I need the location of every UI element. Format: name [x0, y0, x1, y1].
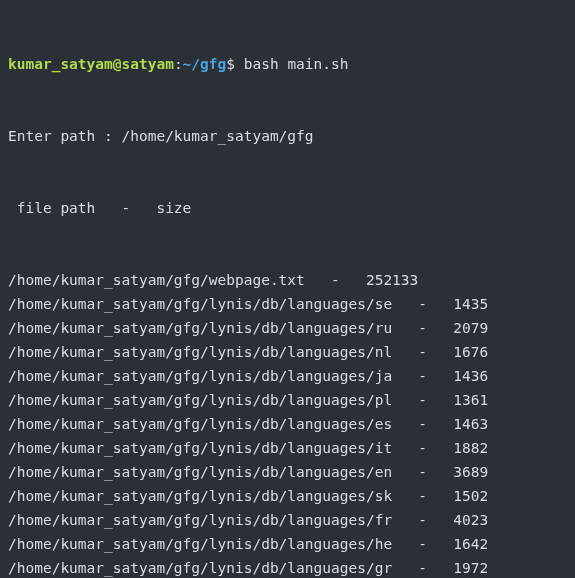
output-rows: /home/kumar_satyam/gfg/webpage.txt - 252… — [8, 268, 567, 578]
output-row: /home/kumar_satyam/gfg/lynis/db/language… — [8, 292, 567, 316]
output-row: /home/kumar_satyam/gfg/lynis/db/language… — [8, 532, 567, 556]
output-row: /home/kumar_satyam/gfg/lynis/db/language… — [8, 364, 567, 388]
command-text: bash main.sh — [244, 56, 349, 72]
output-row: /home/kumar_satyam/gfg/lynis/db/language… — [8, 508, 567, 532]
output-row: /home/kumar_satyam/gfg/webpage.txt - 252… — [8, 268, 567, 292]
output-row: /home/kumar_satyam/gfg/lynis/db/language… — [8, 484, 567, 508]
output-row: /home/kumar_satyam/gfg/lynis/db/language… — [8, 460, 567, 484]
input-prompt-line: Enter path : /home/kumar_satyam/gfg — [8, 124, 567, 148]
output-row: /home/kumar_satyam/gfg/lynis/db/language… — [8, 340, 567, 364]
terminal-window[interactable]: kumar_satyam@satyam:~/gfg$ bash main.sh … — [0, 0, 575, 578]
prompt-cwd: ~/gfg — [183, 56, 227, 72]
output-row: /home/kumar_satyam/gfg/lynis/db/language… — [8, 436, 567, 460]
output-header: file path - size — [8, 196, 567, 220]
output-row: /home/kumar_satyam/gfg/lynis/db/language… — [8, 316, 567, 340]
prompt-colon: : — [174, 56, 183, 72]
prompt-line: kumar_satyam@satyam:~/gfg$ bash main.sh — [8, 52, 567, 76]
prompt-dollar: $ — [226, 56, 235, 72]
output-row: /home/kumar_satyam/gfg/lynis/db/language… — [8, 556, 567, 578]
output-row: /home/kumar_satyam/gfg/lynis/db/language… — [8, 412, 567, 436]
output-row: /home/kumar_satyam/gfg/lynis/db/language… — [8, 388, 567, 412]
prompt-user-host: kumar_satyam@satyam — [8, 56, 174, 72]
